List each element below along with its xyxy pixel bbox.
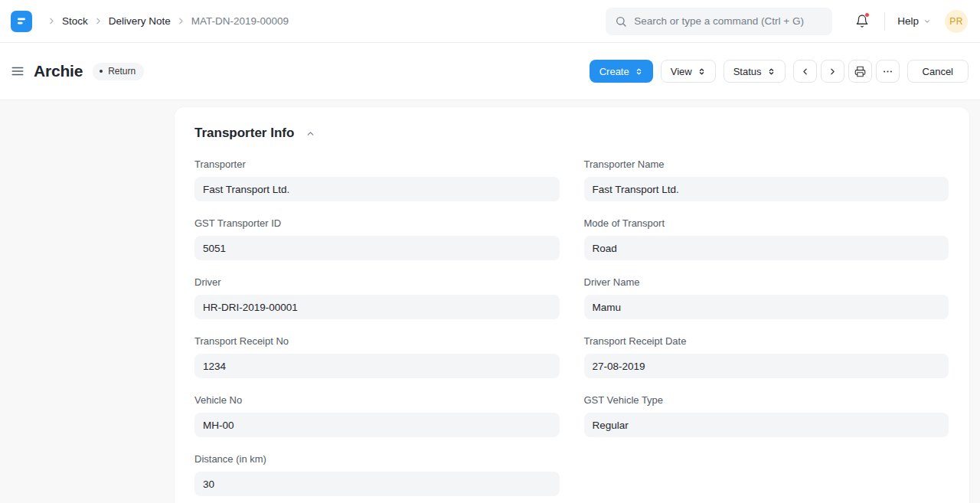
view-button[interactable]: View <box>661 60 716 83</box>
chevron-down-icon <box>923 18 931 25</box>
section-head-transporter-info[interactable]: Transporter Info <box>194 126 315 141</box>
user-avatar[interactable]: PR <box>945 10 968 33</box>
next-document-button[interactable] <box>821 60 844 83</box>
field-label: Driver Name <box>584 276 949 288</box>
notifications-button[interactable] <box>855 14 869 28</box>
status-button[interactable]: Status <box>724 60 786 83</box>
select-up-down-icon <box>767 67 776 76</box>
navbar: Stock Delivery Note MAT-DN-2019-00009 <box>0 0 980 43</box>
chevron-right-icon <box>93 16 103 26</box>
chevron-right-icon <box>47 16 57 26</box>
menu-icon <box>11 64 24 78</box>
select-up-down-icon <box>635 67 643 76</box>
gst-vehicle-type-input[interactable]: Regular <box>584 413 949 437</box>
status-badge-label: Return <box>108 66 136 77</box>
page-body: Transporter Info Transporter Fast Transp… <box>0 100 980 503</box>
field-gst-transporter-id: GST Transporter ID 5051 <box>194 217 560 260</box>
field-transport-receipt-date: Transport Receipt Date 27-08-2019 <box>584 335 949 378</box>
ellipsis-icon <box>882 66 893 77</box>
field-driver: Driver HR-DRI-2019-00001 <box>194 276 560 319</box>
cancel-button[interactable]: Cancel <box>907 60 969 83</box>
form-grid: Transporter Fast Transport Ltd. Transpor… <box>194 158 949 496</box>
printer-icon <box>854 66 866 77</box>
erpnext-logo[interactable] <box>11 11 32 32</box>
field-label: Transporter <box>194 158 560 170</box>
field-driver-name: Driver Name Mamu <box>584 276 949 319</box>
field-label: Mode of Transport <box>584 217 949 229</box>
field-label: GST Transporter ID <box>194 217 560 229</box>
chevron-right-icon <box>176 16 186 26</box>
field-gst-vehicle-type: GST Vehicle Type Regular <box>584 394 949 437</box>
create-button[interactable]: Create <box>590 60 653 83</box>
field-transport-receipt-no: Transport Receipt No 1234 <box>194 335 560 378</box>
breadcrumb-stock[interactable]: Stock <box>62 15 88 27</box>
select-up-down-icon <box>697 67 706 76</box>
field-label: Driver <box>194 276 560 288</box>
print-button[interactable] <box>848 60 872 83</box>
gst-transporter-id-input[interactable]: 5051 <box>194 236 560 260</box>
field-transporter-name: Transporter Name Fast Transport Ltd. <box>584 158 949 201</box>
erpnext-logo-glyph <box>15 15 28 28</box>
view-button-label: View <box>671 66 692 77</box>
vehicle-no-input[interactable]: MH-00 <box>194 413 560 437</box>
field-label: Transporter Name <box>584 158 949 170</box>
field-transporter: Transporter Fast Transport Ltd. <box>194 158 560 201</box>
status-button-label: Status <box>733 66 762 77</box>
page-head: Archie Return Create View Status <box>0 43 980 100</box>
chevron-up-icon[interactable] <box>305 129 315 139</box>
distance-input[interactable]: 30 <box>194 472 560 496</box>
field-label: GST Vehicle Type <box>584 394 949 406</box>
search-icon <box>615 15 627 28</box>
field-vehicle-no: Vehicle No MH-00 <box>194 394 560 437</box>
section-title: Transporter Info <box>194 126 294 141</box>
page-title[interactable]: Archie <box>34 62 83 80</box>
driver-input[interactable]: HR-DRI-2019-00001 <box>194 295 560 319</box>
form-card: Transporter Info Transporter Fast Transp… <box>175 107 969 503</box>
navbar-divider <box>884 12 885 31</box>
help-label: Help <box>897 15 919 27</box>
status-badge: Return <box>93 63 144 80</box>
chevron-right-icon <box>828 67 838 77</box>
field-mode-of-transport: Mode of Transport Road <box>584 217 949 260</box>
field-label: Distance (in km) <box>194 453 560 465</box>
chevron-left-icon <box>800 67 810 77</box>
help-dropdown[interactable]: Help <box>897 15 931 27</box>
field-label: Transport Receipt Date <box>584 335 949 347</box>
driver-name-input[interactable]: Mamu <box>584 295 949 319</box>
previous-document-button[interactable] <box>793 60 817 83</box>
more-options-button[interactable] <box>876 60 900 83</box>
breadcrumb-delivery-note[interactable]: Delivery Note <box>109 15 171 27</box>
search-input[interactable] <box>634 15 823 27</box>
breadcrumb: Stock Delivery Note MAT-DN-2019-00009 <box>41 15 289 27</box>
mode-of-transport-input[interactable]: Road <box>584 236 949 260</box>
create-button-label: Create <box>599 66 629 77</box>
breadcrumb-current-doc: MAT-DN-2019-00009 <box>191 15 289 27</box>
status-dot-icon <box>100 70 103 73</box>
transporter-name-input[interactable]: Fast Transport Ltd. <box>584 177 949 201</box>
sidebar-toggle-button[interactable] <box>11 64 24 78</box>
transporter-input[interactable]: Fast Transport Ltd. <box>194 177 560 201</box>
transport-receipt-no-input[interactable]: 1234 <box>194 354 560 378</box>
global-search[interactable] <box>606 8 832 35</box>
field-label: Vehicle No <box>194 394 560 406</box>
transport-receipt-date-input[interactable]: 27-08-2019 <box>584 354 949 378</box>
field-distance: Distance (in km) 30 <box>194 453 560 496</box>
field-label: Transport Receipt No <box>194 335 560 347</box>
